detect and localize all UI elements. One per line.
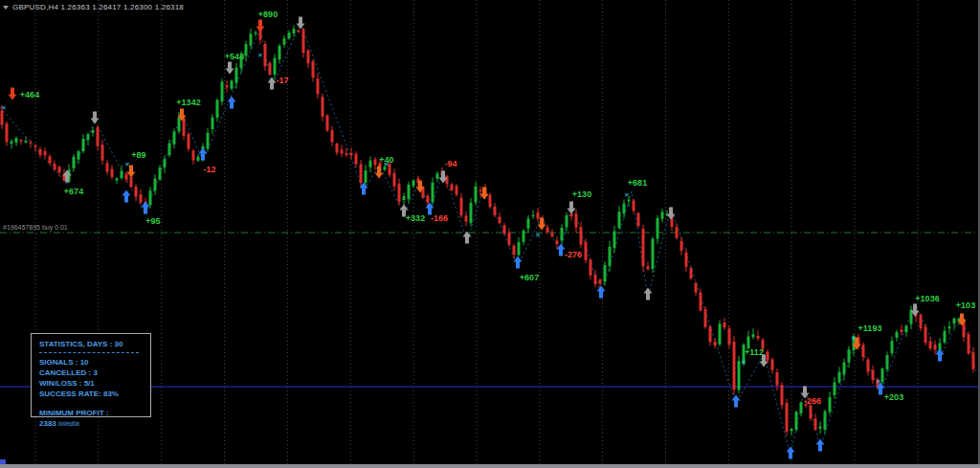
candle-body	[475, 187, 478, 203]
signal-profit-label: +112	[745, 347, 764, 357]
candle-body	[724, 323, 726, 327]
candle-body	[685, 253, 688, 267]
stats-title: STATISTICS, DAYS : 30	[39, 339, 150, 349]
signal-profit-label: +1342	[176, 98, 200, 107]
candle-body	[178, 118, 181, 132]
candle-body	[791, 429, 793, 431]
candle-body	[73, 157, 76, 168]
candle-body	[795, 412, 798, 430]
candle-body	[403, 196, 406, 200]
signal-profit-label: +607	[520, 273, 539, 282]
signal-up-arrow-icon	[732, 395, 741, 408]
candle-body	[590, 259, 592, 275]
stats-watermark: ioledia	[58, 420, 79, 427]
trading-terminal-window: +464+674+89+95+1342-12+548+890-17+40+332…	[0, 0, 980, 468]
candle-body	[283, 38, 286, 44]
candle-body	[125, 173, 128, 179]
candle-body	[891, 341, 894, 353]
candle-body	[532, 215, 535, 216]
candle-body	[264, 44, 267, 66]
horizontal-scrollbar[interactable]	[0, 464, 980, 468]
signal-profit-label: -266	[804, 396, 821, 406]
statistics-panel: STATISTICS, DAYS : 30 SIGNALS : 10 CANCE…	[31, 333, 151, 417]
signal-profit-label: +548	[225, 52, 244, 61]
signal-up-arrow-icon	[122, 190, 131, 203]
candle-body	[508, 233, 511, 245]
candle-body	[810, 406, 813, 418]
candle-body	[49, 156, 52, 163]
signal-x-marker: ✕	[257, 52, 262, 58]
candle-body	[470, 203, 473, 223]
candle-body	[503, 225, 506, 234]
signal-down-arrow-icon	[91, 112, 100, 124]
candle-body	[326, 115, 329, 130]
candle-body	[819, 427, 822, 429]
signal-x-marker: ✕	[851, 335, 856, 342]
candle-body	[345, 153, 348, 155]
candle-body	[489, 195, 492, 208]
candle-body	[269, 63, 272, 75]
candle-body	[226, 85, 229, 87]
candle-body	[235, 68, 238, 83]
signal-down-arrow-icon	[538, 218, 546, 231]
signal-profit-label: +130	[572, 189, 591, 199]
candle-body	[680, 241, 683, 251]
signal-x-marker: ✕	[535, 232, 540, 238]
candle-body	[800, 402, 803, 412]
candle-body	[829, 397, 832, 412]
candle-body	[920, 315, 923, 328]
stats-success-rate: SUCCESS RATE: 83%	[39, 389, 150, 399]
candle-body	[944, 331, 947, 343]
candle-body	[824, 412, 827, 430]
candle-body	[58, 167, 61, 172]
candle-body	[881, 368, 884, 382]
candle-body	[149, 190, 152, 205]
candle-body	[87, 134, 90, 140]
candle-body	[82, 139, 85, 151]
signal-profit-label: +103	[956, 301, 975, 310]
candle-body	[637, 213, 640, 226]
candle-body	[604, 265, 607, 281]
candle-body	[245, 44, 248, 56]
candle-body	[135, 187, 138, 197]
signal-profit-label: -276	[565, 250, 582, 259]
candle-body	[523, 231, 525, 242]
signal-profit-label: +1193	[858, 323, 882, 333]
candle-body	[298, 31, 301, 32]
candle-body	[968, 334, 970, 353]
candle-body	[704, 309, 707, 327]
signal-profit-label: +890	[258, 10, 278, 19]
candle-body	[154, 178, 157, 190]
candle-body	[580, 227, 583, 244]
candle-body	[872, 370, 875, 380]
candle-body	[30, 142, 33, 143]
candle-body	[255, 33, 257, 33]
candle-body	[302, 29, 305, 53]
candle-body	[293, 29, 296, 33]
candle-body	[111, 168, 114, 177]
candle-body	[451, 184, 454, 189]
candle-body	[341, 149, 344, 153]
open-order-label: #196457895 buy 0.01	[3, 224, 68, 231]
candle-body	[322, 97, 324, 117]
candle-body	[594, 275, 597, 284]
signal-x-marker: ✕	[124, 161, 129, 167]
candle-body	[556, 240, 559, 244]
signal-profit-label: +332	[406, 213, 425, 223]
candle-body	[585, 242, 588, 260]
candle-body	[642, 229, 645, 266]
signal-x-marker: ✕	[1, 104, 6, 111]
candle-body	[274, 57, 277, 75]
candle-body	[767, 351, 769, 360]
signal-profit-label: -12	[203, 165, 215, 174]
candle-body	[479, 190, 482, 191]
candle-body	[1, 111, 4, 125]
symbol-dropdown-icon[interactable]	[3, 6, 9, 10]
signal-up-arrow-icon	[644, 288, 653, 301]
signal-profit-label: +464	[20, 90, 39, 100]
candle-body	[527, 218, 530, 228]
candle-body	[613, 232, 616, 249]
candle-body	[432, 183, 434, 203]
candle-body	[661, 212, 664, 218]
candle-body	[250, 33, 253, 45]
